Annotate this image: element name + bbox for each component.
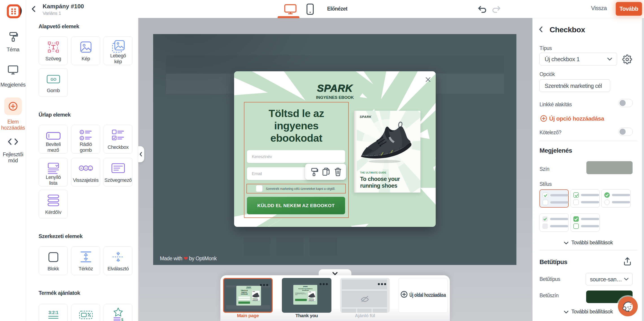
svg-text:$: $ bbox=[121, 318, 123, 321]
svg-text:3:2:1: 3:2:1 bbox=[48, 310, 58, 315]
svg-text:GO: GO bbox=[50, 77, 56, 82]
